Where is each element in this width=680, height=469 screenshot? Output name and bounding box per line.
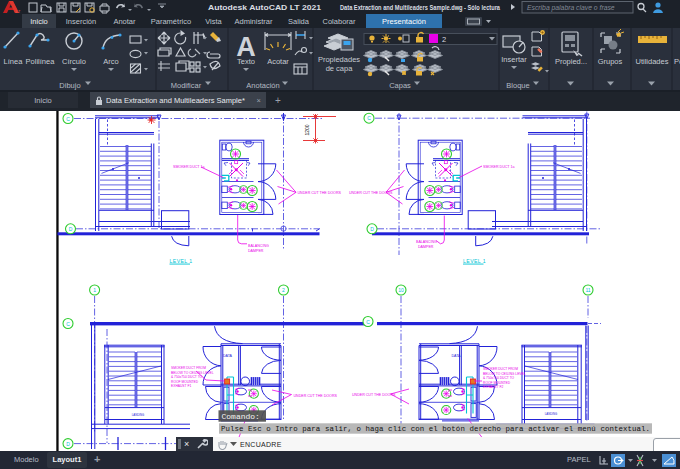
svg-text:Modificar: Modificar [171, 81, 202, 90]
svg-text:Data Extraction and Multileade: Data Extraction and Multileaders Sample.… [340, 3, 501, 12]
svg-text:Comando:: Comando: [222, 412, 260, 421]
svg-text:ROOF MOUNTED: ROOF MOUNTED [483, 381, 511, 385]
svg-text:EXHAUST F1: EXHAUST F1 [171, 384, 191, 388]
svg-text:2: 2 [442, 35, 446, 44]
svg-text:& 750x750 DUCT TO: & 750x750 DUCT TO [483, 376, 515, 380]
svg-text:C: C [367, 115, 371, 121]
svg-text:SMOKER DUCT FROM: SMOKER DUCT FROM [171, 366, 206, 370]
svg-text:Acotar: Acotar [267, 57, 289, 66]
svg-text:1200: 1200 [304, 124, 310, 135]
svg-text:DATA: DATA [451, 354, 461, 358]
svg-text:Dibujo: Dibujo [59, 81, 80, 90]
svg-text:UNDER CUT THE DOORS: UNDER CUT THE DOORS [352, 393, 396, 397]
svg-text:10: 10 [398, 287, 404, 293]
svg-text:D: D [66, 441, 70, 447]
svg-text:UNDER CUT THE DOORS: UNDER CUT THE DOORS [294, 394, 338, 398]
svg-text:Propiedades: Propiedades [318, 55, 360, 64]
svg-text:Polilínea: Polilínea [26, 57, 56, 66]
svg-text:BALANCING: BALANCING [416, 240, 437, 244]
svg-text:Texto: Texto [237, 57, 255, 66]
svg-text:DAMPER: DAMPER [418, 245, 434, 249]
svg-text:2: 2 [282, 287, 285, 293]
svg-text:Capas: Capas [389, 81, 411, 90]
svg-text:D: D [69, 226, 73, 232]
svg-text:Propied...: Propied... [555, 57, 587, 66]
svg-text:BELOW TO CEILING LEVEL: BELOW TO CEILING LEVEL [171, 371, 214, 375]
svg-text:DAMPER: DAMPER [248, 249, 264, 253]
svg-text:LANDING: LANDING [132, 413, 144, 417]
svg-text:de capa: de capa [326, 64, 354, 73]
svg-text:Línea: Línea [4, 57, 24, 66]
svg-text:Pulse Esc o Intro para salir,: Pulse Esc o Intro para salir, o haga cli… [221, 425, 650, 433]
svg-text:Utilidades: Utilidades [636, 57, 669, 66]
svg-text:SMOKER DUCT 1a: SMOKER DUCT 1a [483, 165, 515, 169]
svg-text:Autodesk AutoCAD LT 2021: Autodesk AutoCAD LT 2021 [208, 3, 321, 12]
svg-text:Insertar: Insertar [501, 55, 527, 64]
svg-text:Arco: Arco [103, 57, 118, 66]
svg-text:Grupos: Grupos [598, 57, 623, 66]
svg-text:Po: Po [674, 57, 680, 66]
svg-text:UNDER CUT THE DOORS: UNDER CUT THE DOORS [298, 191, 342, 195]
svg-text:SMOKER DUCT FROM: SMOKER DUCT FROM [483, 367, 518, 371]
svg-text:C: C [66, 321, 70, 327]
svg-text:C: C [66, 116, 70, 122]
svg-text:1: 1 [93, 287, 96, 293]
svg-text:EXHAUST F2: EXHAUST F2 [483, 385, 503, 389]
svg-text:Anotación: Anotación [246, 81, 279, 90]
svg-text:DATA: DATA [223, 354, 233, 358]
svg-text:C: C [366, 319, 370, 325]
svg-text:LEVEL 1: LEVEL 1 [170, 258, 193, 264]
svg-text:ROOF MOUNTED: ROOF MOUNTED [171, 380, 199, 384]
svg-text:Escriba palabra clave o frase: Escriba palabra clave o frase [527, 4, 615, 12]
svg-text:D: D [370, 226, 374, 232]
svg-text:LEVEL 1: LEVEL 1 [463, 258, 486, 264]
svg-text:Círculo: Círculo [62, 57, 86, 66]
svg-text:SMOKER DUCT 1a: SMOKER DUCT 1a [173, 165, 205, 169]
svg-text:BALANCING: BALANCING [248, 244, 269, 248]
svg-text:Bloque: Bloque [506, 81, 529, 90]
svg-text:BELOW TO CEILING LEVEL: BELOW TO CEILING LEVEL [483, 372, 526, 376]
svg-text:11: 11 [585, 287, 590, 293]
svg-text:LANDING: LANDING [545, 412, 557, 416]
svg-text:& 750x750 DUCT TO: & 750x750 DUCT TO [171, 375, 203, 379]
